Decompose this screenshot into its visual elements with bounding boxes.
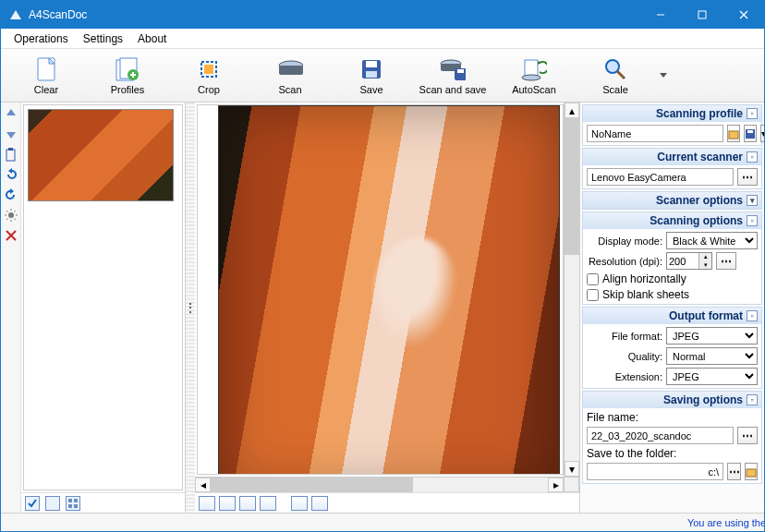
profile-save-icon[interactable]: [744, 125, 757, 142]
collapse-icon[interactable]: ▫: [747, 108, 758, 119]
profile-open-icon[interactable]: [727, 125, 740, 142]
menu-operations[interactable]: Operations: [6, 30, 76, 47]
svg-line-33: [14, 211, 16, 212]
collapse-icon[interactable]: ▫: [747, 151, 758, 163]
thumbnail-toolbar: [21, 492, 185, 513]
scroll-right-icon[interactable]: ▸: [548, 478, 564, 492]
collapse-icon[interactable]: ▫: [747, 394, 758, 405]
minimize-button[interactable]: [639, 1, 681, 29]
svg-rect-18: [457, 69, 464, 73]
rotate-tool-3[interactable]: [239, 496, 256, 511]
profiles-icon: [115, 56, 140, 82]
move-up-icon[interactable]: [4, 106, 18, 121]
clear-button[interactable]: Clear: [6, 52, 86, 100]
svg-rect-9: [204, 65, 213, 74]
profile-name-input[interactable]: [587, 125, 723, 142]
deselect-button[interactable]: [45, 496, 60, 511]
collapse-icon[interactable]: ▫: [747, 310, 758, 321]
splitter[interactable]: ⋮: [186, 103, 195, 513]
scroll-down-icon[interactable]: ▾: [565, 461, 579, 477]
page-icon: [33, 56, 59, 82]
scan-button[interactable]: Scan: [250, 52, 330, 100]
horizontal-scrollbar[interactable]: ◂ ▸: [195, 477, 564, 492]
scan-and-save-button[interactable]: Scan and save: [413, 52, 492, 100]
svg-point-21: [606, 60, 619, 73]
file-name-label: File name:: [587, 411, 758, 424]
scale-dropdown[interactable]: [657, 52, 670, 100]
properties-panel: Scanning profile▫ ▾ Current scanner▫ ⋯: [579, 103, 764, 513]
extension-select[interactable]: JPEG: [666, 368, 758, 385]
status-message: You are using the latest v: [687, 517, 764, 528]
file-format-select[interactable]: JPEG: [666, 327, 758, 345]
folder-more-button[interactable]: ⋯: [727, 463, 741, 480]
scroll-up-icon[interactable]: ▴: [565, 103, 579, 118]
svg-rect-42: [747, 130, 753, 133]
titlebar: A4ScanDoc: [1, 1, 764, 29]
section-title: Current scanner: [657, 151, 743, 163]
scroll-left-icon[interactable]: ◂: [195, 478, 211, 492]
vertical-scrollbar[interactable]: ▴ ▾: [564, 103, 579, 477]
profile-more-icon[interactable]: ▾: [760, 125, 764, 142]
scanner-browse-button[interactable]: ⋯: [737, 168, 758, 186]
svg-line-31: [14, 219, 16, 221]
folder-browse-icon[interactable]: [745, 463, 758, 480]
section-title: Output format: [669, 309, 743, 322]
select-all-button[interactable]: [25, 496, 40, 511]
crop-button[interactable]: Crop: [169, 52, 249, 100]
resolution-more-button[interactable]: ⋯: [716, 252, 736, 270]
svg-line-22: [617, 71, 625, 79]
section-title: Scanning profile: [656, 107, 743, 120]
svg-rect-13: [366, 61, 377, 67]
extension-label: Extension:: [587, 371, 662, 382]
saving-options-section: Saving options▫ File name: ⋯ Save to the…: [582, 391, 762, 484]
rotate-right-icon[interactable]: [4, 187, 18, 202]
expand-icon[interactable]: ▾: [747, 195, 758, 206]
align-checkbox[interactable]: Align horizontally: [587, 272, 758, 285]
save-folder-label: Save to the folder:: [587, 447, 758, 460]
flip-tool-1[interactable]: [291, 496, 308, 511]
file-name-input[interactable]: [587, 427, 734, 444]
close-button[interactable]: [722, 1, 764, 29]
skip-blank-checkbox[interactable]: Skip blank sheets: [587, 288, 758, 301]
delete-icon[interactable]: [4, 228, 18, 243]
thumbnail-list[interactable]: [23, 104, 183, 490]
scanner-name-input[interactable]: [587, 168, 734, 186]
magnifier-icon: [602, 56, 628, 82]
move-down-icon[interactable]: [4, 127, 18, 141]
display-mode-label: Display mode:: [587, 236, 662, 247]
crop-icon: [196, 56, 222, 82]
svg-rect-37: [74, 499, 78, 502]
display-mode-select[interactable]: Black & White: [666, 232, 758, 249]
brightness-icon[interactable]: [4, 208, 18, 223]
file-name-more-button[interactable]: ⋯: [737, 427, 758, 444]
svg-rect-19: [525, 60, 538, 77]
menu-settings[interactable]: Settings: [76, 30, 130, 47]
resolution-input[interactable]: ▴▾: [666, 252, 712, 270]
thumbnail-item[interactable]: [28, 109, 174, 201]
grid-view-button[interactable]: [66, 496, 80, 511]
save-folder-input[interactable]: [587, 463, 723, 480]
menu-about[interactable]: About: [130, 30, 174, 47]
section-title: Scanning options: [650, 214, 743, 227]
scale-button[interactable]: Scale: [576, 52, 655, 100]
collapse-icon[interactable]: ▫: [747, 215, 758, 226]
rotate-tool-1[interactable]: [199, 496, 215, 511]
preview-canvas[interactable]: [197, 104, 564, 475]
quality-select[interactable]: Normal: [666, 347, 758, 365]
maximize-button[interactable]: [681, 1, 722, 29]
profiles-button[interactable]: Profiles: [88, 52, 167, 100]
rotate-left-icon[interactable]: [4, 167, 18, 182]
save-button[interactable]: Save: [332, 52, 411, 100]
svg-line-30: [6, 211, 8, 212]
clipboard-icon[interactable]: [4, 147, 18, 162]
autoscan-button[interactable]: AutoScan: [494, 52, 574, 100]
status-bar: You are using the latest v: [1, 513, 764, 531]
save-icon: [358, 56, 384, 82]
flip-tool-2[interactable]: [311, 496, 328, 511]
preview-panel: ▴ ▾ ◂ ▸: [195, 103, 579, 513]
rotate-tool-4[interactable]: [260, 496, 276, 511]
window-title: A4ScanDoc: [29, 8, 639, 21]
rotate-tool-2[interactable]: [219, 496, 236, 511]
quality-label: Quality:: [587, 351, 662, 362]
svg-point-25: [8, 212, 14, 218]
